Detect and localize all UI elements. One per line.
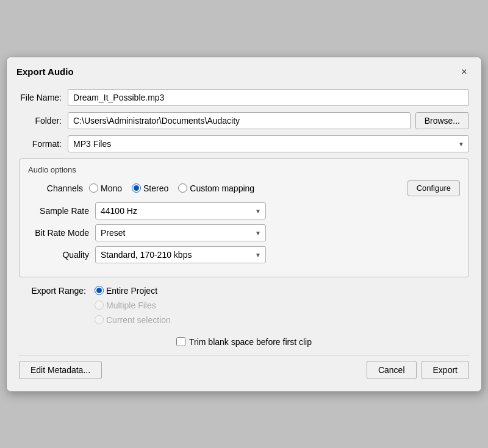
close-button[interactable]: × [457, 65, 472, 79]
multiple-files-radio [95, 300, 104, 310]
configure-button[interactable]: Configure [407, 180, 460, 196]
title-bar: Export Audio × [7, 57, 481, 84]
sample-rate-select[interactable]: 8000 Hz 11025 Hz 22050 Hz 44100 Hz 48000… [95, 202, 266, 219]
folder-label: Folder: [19, 116, 68, 126]
cancel-button[interactable]: Cancel [367, 361, 417, 379]
entire-project-radio[interactable] [95, 286, 104, 295]
file-name-row: File Name: [19, 89, 469, 106]
quality-row: Quality Standard, 170-210 kbps 128 kbps … [28, 246, 460, 263]
format-select[interactable]: MP3 Files WAV Files FLAC Files OGG Files [68, 135, 469, 152]
export-range-section: Export Range: Entire Project Multiple Fi… [19, 286, 469, 331]
bit-rate-mode-label: Bit Rate Mode [28, 228, 95, 238]
export-range-row: Export Range: Entire Project Multiple Fi… [19, 286, 469, 325]
trim-checkbox-row: Trim blank space before first clip [19, 337, 469, 347]
trim-checkbox[interactable] [176, 337, 185, 346]
sample-rate-label: Sample Rate [28, 206, 95, 216]
mono-radio-label[interactable]: Mono [89, 183, 122, 193]
export-audio-dialog: Export Audio × File Name: Folder: Browse… [6, 57, 482, 392]
edit-metadata-button[interactable]: Edit Metadata... [19, 361, 102, 379]
bit-rate-mode-select[interactable]: Preset Constant Variable Average [95, 224, 266, 241]
stereo-radio-label[interactable]: Stereo [132, 183, 168, 193]
mono-label: Mono [101, 183, 122, 193]
current-selection-label: Current selection [106, 315, 171, 325]
export-button[interactable]: Export [422, 361, 469, 379]
export-range-options: Entire Project Multiple Files Current se… [92, 286, 171, 325]
stereo-radio[interactable] [132, 183, 141, 193]
custom-label: Custom mapping [190, 183, 254, 193]
sample-rate-select-wrapper: 8000 Hz 11025 Hz 22050 Hz 44100 Hz 48000… [95, 202, 266, 219]
quality-select[interactable]: Standard, 170-210 kbps 128 kbps 192 kbps… [95, 246, 266, 263]
trim-checkbox-label[interactable]: Trim blank space before first clip [189, 337, 312, 347]
entire-project-label: Entire Project [106, 286, 157, 296]
current-selection-radio [95, 315, 104, 324]
bit-rate-mode-row: Bit Rate Mode Preset Constant Variable A… [28, 224, 460, 241]
folder-input[interactable] [68, 112, 411, 129]
channels-row: Channels Mono Stereo Custom mapping Conf [28, 180, 460, 196]
dialog-title: Export Audio [16, 66, 74, 77]
format-label: Format: [19, 139, 68, 149]
quality-label: Quality [28, 250, 95, 260]
format-select-wrapper: MP3 Files WAV Files FLAC Files OGG Files… [68, 135, 469, 152]
format-row: Format: MP3 Files WAV Files FLAC Files O… [19, 135, 469, 152]
file-name-label: File Name: [19, 93, 68, 102]
multiple-files-radio-label: Multiple Files [95, 300, 171, 310]
footer-row: Edit Metadata... Cancel Export [19, 355, 469, 382]
current-selection-radio-label: Current selection [95, 315, 171, 325]
entire-project-radio-label[interactable]: Entire Project [95, 286, 171, 296]
export-range-label: Export Range: [19, 286, 92, 296]
footer-left: Edit Metadata... [19, 361, 102, 379]
file-name-input[interactable] [68, 89, 469, 106]
mono-radio[interactable] [89, 183, 98, 193]
sample-rate-row: Sample Rate 8000 Hz 11025 Hz 22050 Hz 44… [28, 202, 460, 219]
browse-button[interactable]: Browse... [415, 112, 469, 129]
multiple-files-label: Multiple Files [106, 300, 156, 310]
custom-radio[interactable] [178, 183, 187, 193]
folder-row: Folder: Browse... [19, 112, 469, 129]
channels-radio-group: Mono Stereo Custom mapping Configure [89, 180, 460, 196]
stereo-label: Stereo [143, 183, 168, 193]
audio-options-title: Audio options [28, 165, 460, 174]
quality-select-wrapper: Standard, 170-210 kbps 128 kbps 192 kbps… [95, 246, 266, 263]
custom-radio-label[interactable]: Custom mapping [178, 183, 254, 193]
bit-rate-mode-select-wrapper: Preset Constant Variable Average ▼ [95, 224, 266, 241]
audio-options-group: Audio options Channels Mono Stereo Cus [19, 158, 469, 277]
channels-label: Channels [28, 183, 89, 193]
dialog-body: File Name: Folder: Browse... Format: MP3… [7, 84, 481, 391]
footer-right: Cancel Export [367, 361, 469, 379]
